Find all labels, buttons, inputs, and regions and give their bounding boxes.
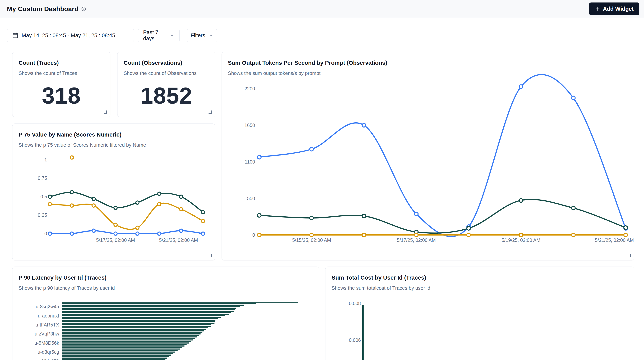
latency-bar	[62, 312, 231, 313]
x-axis-tick-label: 5/17/25, 02:00 AM	[397, 237, 436, 243]
widget-subtitle: Shows the count of Traces	[18, 70, 110, 76]
data-point-marker	[114, 232, 117, 235]
data-point-marker	[136, 226, 139, 229]
y-axis-tick-label: 1100	[245, 159, 255, 165]
latency-bar	[62, 353, 173, 354]
resize-handle[interactable]	[208, 111, 212, 114]
data-point-marker	[136, 201, 139, 204]
data-point-marker	[572, 233, 575, 237]
y-axis-tick-label: 0	[252, 232, 255, 238]
latency-bar	[62, 330, 204, 331]
data-point-marker	[48, 232, 52, 235]
latency-bar	[62, 308, 236, 309]
widget-card-output-tokens: Sum Output Tokens Per Second by Prompt (…	[222, 52, 634, 260]
latency-bar	[62, 314, 230, 315]
metric-value: 318	[12, 82, 110, 109]
widget-card-p75-scores: P 75 Value by Name (Scores Numeric) Show…	[12, 124, 215, 260]
chevron-down-icon	[170, 33, 174, 38]
data-point-marker	[70, 191, 74, 194]
latency-bar	[62, 332, 202, 333]
latency-bar	[62, 351, 175, 353]
x-axis-tick-label: 5/17/25, 02:00 AM	[96, 237, 135, 243]
add-widget-label: Add Widget	[603, 6, 634, 12]
date-range-button[interactable]: May 14, 25 : 08:45 - May 21, 25 : 08:45	[7, 29, 134, 42]
data-point-marker	[258, 213, 261, 217]
latency-bar	[62, 318, 218, 319]
add-widget-button[interactable]: Add Widget	[589, 3, 640, 15]
data-point-marker	[362, 124, 366, 127]
data-point-marker	[48, 195, 52, 198]
data-point-marker	[310, 233, 314, 237]
info-icon[interactable]	[81, 6, 86, 12]
y-axis-tick-label: 0.75	[38, 175, 47, 181]
latency-bar	[62, 356, 169, 357]
filter-bar: May 14, 25 : 08:45 - May 21, 25 : 08:45 …	[0, 18, 644, 43]
data-point-marker	[202, 211, 205, 214]
latency-bar	[62, 303, 256, 304]
data-point-marker	[624, 226, 628, 229]
data-point-marker	[310, 216, 314, 220]
latency-bar	[62, 321, 215, 322]
data-point-marker	[92, 197, 95, 200]
data-point-marker	[70, 232, 74, 235]
isolated-data-point	[70, 156, 74, 159]
x-axis-tick-label: 5/21/25, 02:00 AM	[159, 237, 198, 243]
timeframe-dropdown[interactable]: Past 7 days	[138, 29, 180, 42]
data-point-marker	[310, 147, 314, 151]
latency-bar	[62, 342, 189, 343]
y-axis-category-label: u-aobnuxf	[38, 313, 59, 318]
data-point-marker	[180, 229, 183, 232]
data-point-marker	[114, 206, 117, 209]
y-axis-tick-label: 1	[44, 157, 47, 162]
latency-bar	[62, 323, 214, 324]
data-point-marker	[180, 195, 183, 198]
latency-bar	[62, 302, 298, 303]
series-line	[259, 200, 626, 233]
data-point-marker	[467, 226, 470, 230]
latency-bar	[62, 338, 195, 339]
latency-bar	[62, 344, 186, 345]
latency-bar	[62, 326, 211, 327]
resize-handle[interactable]	[104, 111, 107, 114]
latency-bar	[62, 347, 182, 348]
filters-dropdown[interactable]: Filters	[187, 29, 217, 42]
latency-bar	[62, 357, 167, 359]
widget-card-count-observations: Count (Observations) Shows the count of …	[117, 52, 215, 117]
latency-bar	[62, 311, 234, 312]
latency-bar	[62, 315, 226, 316]
calendar-icon	[12, 32, 18, 39]
data-point-marker	[48, 202, 52, 206]
x-axis-tick-label: 5/21/25, 02:00 AM	[595, 237, 634, 243]
data-point-marker	[258, 233, 261, 237]
cost-bar	[362, 305, 364, 360]
latency-bar	[62, 306, 240, 307]
widget-card-count-traces: Count (Traces) Shows the count of Traces…	[12, 52, 110, 117]
y-axis-tick-label: 1650	[244, 123, 255, 128]
timeframe-label: Past 7 days	[143, 29, 166, 42]
latency-bar	[62, 339, 193, 341]
latency-bar	[62, 336, 197, 337]
data-point-marker	[362, 214, 366, 218]
y-axis-tick-label: 0.25	[38, 212, 47, 218]
data-point-marker	[519, 85, 523, 89]
data-point-marker	[624, 233, 628, 237]
p75-line-chart: 00.250.50.7515/17/25, 02:00 AM5/21/25, 0…	[12, 124, 215, 260]
data-point-marker	[202, 232, 205, 235]
resize-handle[interactable]	[627, 254, 631, 257]
y-axis-tick-label: 0.006	[349, 337, 361, 343]
y-axis-tick-label: 550	[247, 196, 255, 201]
latency-bar	[62, 348, 180, 350]
data-point-marker	[180, 208, 183, 211]
tokens-line-chart: 05501100165022005/15/25, 02:00 AM5/17/25…	[222, 52, 634, 260]
data-point-marker	[362, 233, 366, 237]
data-point-marker	[158, 202, 161, 206]
latency-bar	[62, 309, 235, 310]
latency-bar	[62, 305, 244, 306]
latency-bar	[62, 341, 191, 342]
resize-handle[interactable]	[208, 254, 212, 257]
latency-bar	[62, 324, 212, 325]
latency-bar	[62, 320, 216, 321]
data-point-marker	[572, 96, 575, 100]
widget-title: Count (Traces)	[18, 60, 110, 66]
latency-bar	[62, 327, 208, 328]
